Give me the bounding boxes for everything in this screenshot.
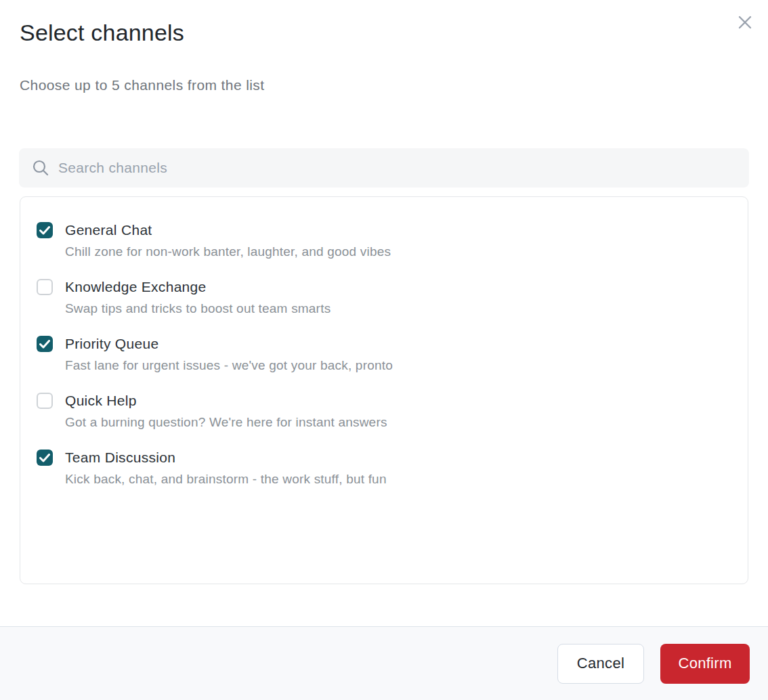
modal-footer: Cancel Confirm [0, 626, 768, 700]
channel-description: Kick back, chat, and brainstorm - the wo… [65, 471, 387, 487]
channel-checkbox[interactable] [37, 393, 53, 409]
channel-name: Knowledge Exchange [65, 278, 330, 295]
modal-subtitle: Choose up to 5 channels from the list [20, 77, 265, 93]
cancel-button[interactable]: Cancel [557, 644, 644, 684]
channel-name: Quick Help [65, 392, 387, 409]
channel-row: Team Discussion Kick back, chat, and bra… [37, 449, 731, 487]
channel-checkbox[interactable] [37, 336, 53, 352]
channel-name: Priority Queue [65, 335, 393, 352]
search-input[interactable] [58, 160, 736, 176]
search-bar[interactable] [19, 148, 749, 188]
channel-text: Team Discussion Kick back, chat, and bra… [65, 449, 387, 487]
channel-text: Quick Help Got a burning question? We're… [65, 392, 387, 431]
channel-description: Swap tips and tricks to boost out team s… [65, 301, 330, 317]
select-channels-modal: Select channels Choose up to 5 channels … [0, 0, 768, 700]
checkmark-icon [39, 340, 50, 349]
checkmark-icon [39, 226, 50, 235]
modal-title: Select channels [20, 20, 184, 46]
channel-description: Got a burning question? We're here for i… [65, 414, 387, 431]
confirm-button[interactable]: Confirm [660, 644, 750, 684]
checkmark-icon [39, 454, 50, 462]
channel-description: Fast lane for urgent issues - we've got … [65, 357, 393, 374]
close-icon [738, 15, 752, 30]
channel-name: Team Discussion [65, 449, 387, 466]
channel-text: Knowledge Exchange Swap tips and tricks … [65, 278, 330, 317]
channel-checkbox[interactable] [37, 279, 53, 295]
channel-text: General Chat Chill zone for non-work ban… [65, 221, 391, 260]
channel-checkbox[interactable] [37, 450, 53, 466]
channel-name: General Chat [65, 221, 391, 238]
channel-row: Priority Queue Fast lane for urgent issu… [37, 335, 731, 374]
search-icon [32, 159, 49, 177]
channel-row: Quick Help Got a burning question? We're… [37, 392, 731, 431]
close-button[interactable] [735, 13, 754, 32]
channel-description: Chill zone for non-work banter, laughter… [65, 244, 391, 260]
channel-row: General Chat Chill zone for non-work ban… [37, 221, 731, 260]
channel-text: Priority Queue Fast lane for urgent issu… [65, 335, 393, 374]
channel-checkbox[interactable] [37, 222, 53, 238]
channel-list: General Chat Chill zone for non-work ban… [20, 196, 748, 584]
channel-row: Knowledge Exchange Swap tips and tricks … [37, 278, 731, 317]
